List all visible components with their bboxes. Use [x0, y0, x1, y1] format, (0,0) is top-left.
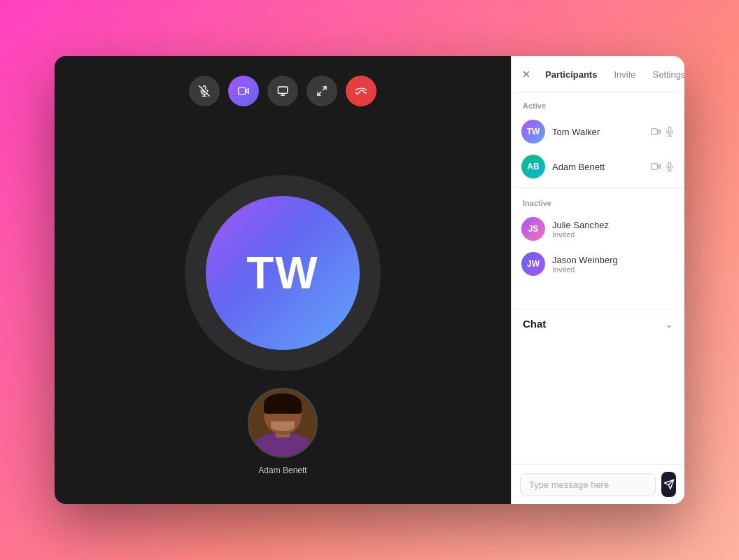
chat-section: Chat ⌄	[512, 309, 684, 504]
close-panel-button[interactable]	[521, 64, 531, 84]
tab-settings[interactable]: Settings	[645, 65, 685, 84]
svg-rect-4	[239, 88, 246, 94]
app-window: TW Adam Benett	[55, 56, 684, 504]
chat-input[interactable]	[520, 473, 656, 496]
thumbnail-container: Adam Benett	[248, 388, 318, 476]
screen-share-button[interactable]	[267, 76, 298, 106]
end-call-button[interactable]	[346, 76, 376, 106]
face-bg	[249, 389, 316, 456]
avatar-tw: TW	[521, 120, 545, 144]
name-ab: Adam Benett	[552, 162, 644, 172]
chat-title: Chat	[523, 318, 546, 330]
tab-participants[interactable]: Participants	[537, 65, 605, 84]
side-panel: Participants Invite Settings Active TW T…	[511, 56, 684, 504]
inactive-section-label: Inactive	[512, 190, 684, 211]
svg-marker-12	[657, 130, 660, 134]
icons-ab	[651, 162, 675, 172]
expand-button[interactable]	[307, 76, 337, 106]
info-js: Julie Sanchez Invited	[552, 220, 675, 239]
name-js: Julie Sanchez	[552, 220, 675, 230]
svg-rect-13	[652, 129, 658, 134]
active-section-label: Active	[512, 93, 684, 114]
chat-body	[512, 338, 684, 464]
video-area: TW Adam Benett	[55, 56, 511, 504]
main-avatar-ring: TW	[185, 175, 381, 371]
svg-rect-17	[652, 164, 658, 169]
chat-header[interactable]: Chat ⌄	[512, 309, 684, 338]
svg-line-9	[318, 92, 321, 95]
status-js: Invited	[552, 230, 675, 239]
controls-bar	[189, 76, 376, 106]
status-jw: Invited	[552, 265, 675, 274]
divider-inactive	[512, 187, 684, 188]
avatar-jw: JW	[521, 252, 545, 276]
name-jw: Jason Weinberg	[552, 255, 675, 265]
participant-row-js: JS Julie Sanchez Invited	[512, 211, 684, 246]
participant-row-jw: JW Jason Weinberg Invited	[512, 246, 684, 281]
chat-input-area	[512, 464, 684, 504]
tab-invite[interactable]: Invite	[605, 65, 644, 84]
participant-row-ab: AB Adam Benett	[512, 149, 684, 184]
thumbnail-video	[248, 388, 318, 458]
video-button[interactable]	[228, 76, 259, 106]
mute-button[interactable]	[189, 76, 220, 106]
info-jw: Jason Weinberg Invited	[552, 255, 675, 274]
icons-tw	[651, 127, 675, 136]
avatar-js: JS	[521, 217, 545, 241]
chat-chevron-icon: ⌄	[665, 318, 673, 330]
svg-marker-16	[657, 164, 660, 169]
thumbnail-name: Adam Benett	[258, 465, 307, 475]
participants-section: Active TW Tom Walker	[512, 93, 684, 309]
svg-line-8	[323, 87, 326, 90]
svg-marker-3	[246, 89, 249, 94]
svg-rect-5	[278, 87, 287, 93]
main-avatar: TW	[206, 196, 360, 350]
panel-header: Participants Invite Settings	[512, 56, 684, 93]
panel-tabs: Participants Invite Settings	[537, 65, 684, 84]
main-avatar-initials: TW	[246, 247, 319, 299]
participant-row-tw: TW Tom Walker	[512, 114, 684, 149]
send-button[interactable]	[661, 472, 676, 497]
name-tw: Tom Walker	[552, 127, 644, 137]
avatar-ab: AB	[521, 155, 545, 178]
